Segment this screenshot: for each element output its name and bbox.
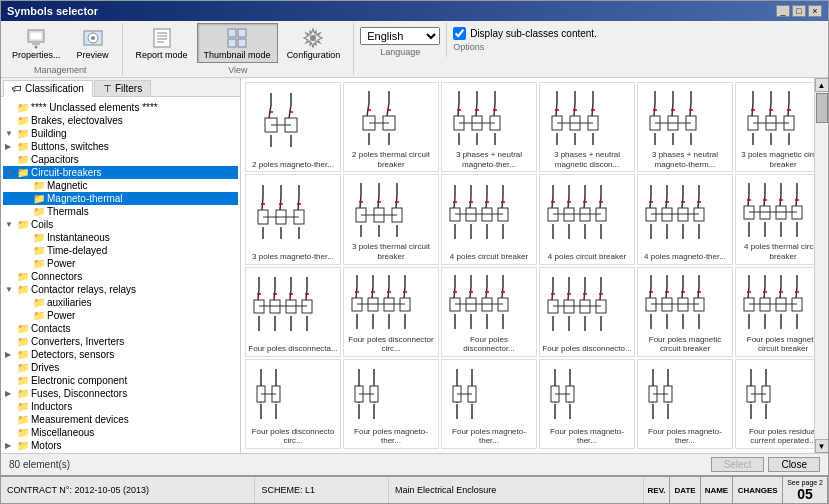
symbol-cell[interactable]: Four poles magnetic circuit breaker — [735, 267, 814, 357]
symbol-cell[interactable]: Four poles disconnecto... — [539, 267, 635, 357]
tree-item[interactable]: 📁Time-delayed — [3, 244, 238, 257]
tree-item[interactable]: ▶📁Motors — [3, 439, 238, 452]
folder-icon: 📁 — [17, 427, 31, 438]
symbol-cell[interactable]: Four poles disconnector circ... — [343, 267, 439, 357]
symbol-label: Four poles magnetic circuit breaker — [738, 335, 814, 354]
tree-item[interactable]: 📁Inductors — [3, 400, 238, 413]
scrollbar: ▲ ▼ — [814, 78, 828, 453]
symbol-cell[interactable]: 3 phases + neutral magnetic discon... — [539, 82, 635, 172]
classification-tab-icon: 🏷 — [12, 83, 22, 94]
folder-icon: 📁 — [33, 245, 47, 256]
symbol-cell[interactable]: 4 poles magneto-ther... — [637, 174, 733, 264]
tree-item[interactable]: 📁Drives — [3, 361, 238, 374]
configuration-button[interactable]: Configuration — [280, 23, 348, 63]
tree-expander[interactable]: ▼ — [5, 285, 17, 294]
filters-tab[interactable]: ⊤ Filters — [94, 80, 151, 96]
tree-item[interactable]: 📁Magnetic — [3, 179, 238, 192]
close-dialog-button[interactable]: Close — [768, 457, 820, 472]
tree-item[interactable]: 📁Brakes, electovalves — [3, 114, 238, 127]
symbol-cell[interactable]: 4 poles circuit breaker — [539, 174, 635, 264]
tree-item[interactable]: ▶📁Buttons, switches — [3, 140, 238, 153]
symbol-cell[interactable]: 4 poles circuit breaker — [441, 174, 537, 264]
symbol-cell[interactable]: Four poles disconnecta... — [245, 267, 341, 357]
symbol-cell[interactable]: Four poles magneto-ther... — [343, 359, 439, 449]
tab-bar: 🏷 Classification ⊤ Filters — [1, 78, 240, 97]
folder-icon: 📁 — [33, 258, 47, 269]
tree-expander[interactable]: ▼ — [5, 220, 17, 229]
tree-item-label: Fuses, Disconnectors — [31, 388, 127, 399]
symbol-cell[interactable]: 3 phases + neutral magneto-therm... — [637, 82, 733, 172]
tree-item[interactable]: 📁Measurement devices — [3, 413, 238, 426]
tree-expander[interactable]: ▼ — [5, 168, 17, 177]
tree-item[interactable]: 📁Magneto-thermal — [3, 192, 238, 205]
symbol-cell[interactable]: Four poles magneto-ther... — [441, 359, 537, 449]
tree-item[interactable]: 📁Connectors — [3, 270, 238, 283]
symbol-cell[interactable]: Four poles residual current operated... — [735, 359, 814, 449]
tree-item[interactable]: 📁Instantaneous — [3, 231, 238, 244]
language-select[interactable]: English French German Spanish — [360, 27, 440, 45]
svg-rect-1 — [30, 32, 42, 40]
maximize-button[interactable]: □ — [792, 5, 806, 17]
language-label: Language — [360, 47, 440, 57]
symbol-cell[interactable]: Four poles disconnecto circ... — [245, 359, 341, 449]
scroll-up-button[interactable]: ▲ — [815, 78, 829, 92]
properties-button[interactable]: Properties... — [5, 23, 68, 63]
name-cell: NAME — [701, 477, 734, 503]
tree-item-label: Electronic component — [31, 375, 127, 386]
symbol-cell[interactable]: 3 phases + neutral magneto-ther... — [441, 82, 537, 172]
tree-item[interactable]: 📁Capacitors — [3, 153, 238, 166]
tree-expander[interactable]: ▶ — [5, 142, 17, 151]
symbol-cell[interactable]: Four poles magneto-ther... — [637, 359, 733, 449]
symbol-cell[interactable]: 3 poles magnetic circuit breaker — [735, 82, 814, 172]
symbol-image — [542, 364, 632, 425]
tree-container[interactable]: 📁**** Unclassed elements **** 📁Brakes, e… — [1, 97, 240, 453]
tree-item[interactable]: 📁Power — [3, 257, 238, 270]
scroll-thumb[interactable] — [816, 93, 828, 123]
symbol-label: 3 phases + neutral magnetic discon... — [542, 150, 632, 169]
symbol-cell[interactable]: 3 poles thermal circuit breaker — [343, 174, 439, 264]
options-group: Display sub-classes content. Options — [453, 23, 597, 52]
thumbnail-mode-button[interactable]: Thumbnail mode — [197, 23, 278, 63]
tree-item[interactable]: 📁**** Unclassed elements **** — [3, 101, 238, 114]
symbol-image — [346, 364, 436, 425]
symbol-cell[interactable]: Four poles magneto-ther... — [539, 359, 635, 449]
symbol-cell[interactable]: 3 poles magneto-ther... — [245, 174, 341, 264]
classification-tab[interactable]: 🏷 Classification — [3, 80, 93, 97]
bottom-bar: CONTRACT N°: 2012-10-05 (2013) SCHEME: L… — [1, 475, 828, 503]
tree-item[interactable]: 📁Electronic component — [3, 374, 238, 387]
management-group: Properties... Preview Management — [5, 23, 123, 75]
select-button[interactable]: Select — [711, 457, 765, 472]
management-buttons: Properties... Preview — [5, 23, 116, 63]
symbol-label: Four poles magneto-ther... — [346, 427, 436, 446]
symbol-cell[interactable]: 2 poles magneto-ther... — [245, 82, 341, 172]
tree-item[interactable]: ▶📁Detectors, sensors — [3, 348, 238, 361]
date-header: DATE — [674, 486, 695, 495]
minimize-button[interactable]: _ — [776, 5, 790, 17]
symbol-cell[interactable]: 4 poles thermal circuit breaker — [735, 174, 814, 264]
main-enclosure-text: Main Electrical Enclosure — [395, 485, 496, 495]
scroll-down-button[interactable]: ▼ — [815, 439, 829, 453]
report-mode-button[interactable]: Report mode — [129, 23, 195, 63]
tree-item[interactable]: 📁Converters, Inverters — [3, 335, 238, 348]
symbol-cell[interactable]: 2 poles thermal circuit breaker — [343, 82, 439, 172]
tree-expander[interactable]: ▶ — [5, 389, 17, 398]
symbol-cell[interactable]: Four poles magnetic circuit breaker — [637, 267, 733, 357]
tree-expander[interactable]: ▼ — [5, 129, 17, 138]
name-header: NAME — [705, 486, 729, 495]
tree-item[interactable]: 📁Miscellaneous — [3, 426, 238, 439]
tree-item[interactable]: 📁Power — [3, 309, 238, 322]
tree-item[interactable]: 📁auxiliaries — [3, 296, 238, 309]
preview-button[interactable]: Preview — [70, 23, 116, 63]
tree-item[interactable]: ▼📁Building — [3, 127, 238, 140]
tree-item[interactable]: ▼📁Contactor relays, relays — [3, 283, 238, 296]
symbol-cell[interactable]: Four poles disconnector... — [441, 267, 537, 357]
tree-item[interactable]: 📁Contacts — [3, 322, 238, 335]
close-button[interactable]: × — [808, 5, 822, 17]
tree-item[interactable]: ▶📁Fuses, Disconnectors — [3, 387, 238, 400]
tree-expander[interactable]: ▶ — [5, 350, 17, 359]
tree-item[interactable]: 📁Thermals — [3, 205, 238, 218]
tree-expander[interactable]: ▶ — [5, 441, 17, 450]
display-subclasses-checkbox[interactable] — [453, 27, 466, 40]
tree-item[interactable]: ▼📁Circuit-breakers — [3, 166, 238, 179]
tree-item[interactable]: ▼📁Coils — [3, 218, 238, 231]
